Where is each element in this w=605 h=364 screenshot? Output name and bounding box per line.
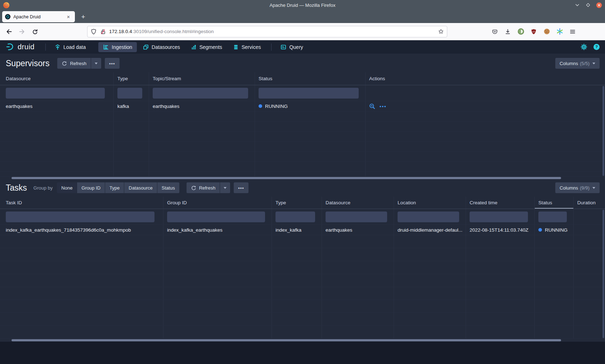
druid-brand[interactable]: druid [5, 42, 35, 52]
extension-green-icon[interactable] [516, 27, 526, 37]
insecure-lock-icon[interactable] [100, 28, 106, 35]
supervisors-title: Supervisors [6, 59, 49, 68]
col-header-status[interactable]: Status [255, 72, 366, 85]
supervisors-more-button[interactable]: ••• [105, 58, 120, 69]
group-by-type-button[interactable]: Type [105, 182, 124, 193]
url-bar[interactable]: 172.18.0.4:30109/unified-console.html#in… [87, 26, 447, 37]
supervisors-refresh-caret-button[interactable] [91, 58, 101, 69]
pocket-icon[interactable] [490, 27, 500, 37]
supervisor-actions: ••• [366, 101, 605, 111]
col-header-type[interactable]: Type [114, 72, 149, 85]
filter-input-task-id[interactable] [6, 211, 154, 222]
url-text[interactable]: 172.18.0.4:30109/unified-console.html#in… [109, 29, 438, 34]
col-header-location[interactable]: Location [394, 197, 466, 209]
menu-hamburger-icon[interactable] [568, 27, 578, 37]
filter-input-datasource[interactable] [326, 211, 387, 222]
task-location: druid-middlemanager-defaul... [394, 225, 466, 235]
col-header-type[interactable]: Type [272, 197, 322, 209]
empty-row [0, 300, 605, 313]
supervisors-filter-row [0, 85, 605, 101]
tracking-protection-shield-icon[interactable] [90, 28, 97, 35]
empty-row [0, 162, 605, 172]
tasks-refresh-button[interactable]: Refresh [187, 182, 220, 193]
ublock-shield-icon[interactable]: uO [529, 27, 539, 37]
supervisor-row[interactable]: earthquakes kafka earthquakes RUNNING ••… [0, 101, 605, 112]
nav-item-ingestion[interactable]: Ingestion [98, 42, 137, 52]
page-bottom-fill [0, 342, 605, 364]
filter-input-location[interactable] [398, 211, 459, 222]
caret-down-icon [224, 187, 227, 189]
supervisors-columns-button[interactable]: Columns (5/5) [555, 58, 600, 69]
settings-gear-icon[interactable] [581, 44, 587, 50]
nav-item-label: Services [242, 44, 261, 50]
nav-item-label: Datasources [152, 44, 180, 50]
filter-input-datasource[interactable] [6, 88, 105, 99]
nav-item-datasources[interactable]: Datasources [138, 42, 185, 52]
minimize-icon[interactable] [574, 2, 580, 8]
tab-close-icon[interactable]: × [65, 13, 72, 21]
segments-icon [191, 44, 197, 50]
group-by-status-button[interactable]: Status [157, 182, 179, 193]
browser-tab[interactable]: Apache Druid × [2, 11, 75, 22]
tasks-more-button[interactable]: ••• [234, 182, 248, 193]
group-by-label: Group by [33, 185, 53, 191]
empty-row [0, 248, 605, 261]
cookie-extension-icon[interactable] [542, 27, 552, 37]
downloads-icon[interactable] [503, 27, 513, 37]
col-header-duration[interactable]: Duration [574, 197, 605, 209]
browser-toolbar: 172.18.0.4:30109/unified-console.html#in… [0, 23, 605, 40]
close-window-icon[interactable] [596, 2, 602, 8]
view-details-magnifier-icon[interactable] [369, 103, 375, 109]
forward-icon[interactable] [17, 26, 27, 37]
svg-text:?: ? [595, 44, 598, 49]
supervisors-horizontal-scrollbar[interactable] [0, 177, 605, 179]
asterisk-extension-icon[interactable] [555, 27, 565, 37]
group-by-none-button[interactable]: None [57, 182, 77, 193]
col-header-topic-stream[interactable]: Topic/Stream [149, 72, 255, 85]
tasks-horizontal-scrollbar[interactable] [0, 339, 605, 342]
col-header-created-time[interactable]: Created time [466, 197, 535, 209]
tasks-columns-button[interactable]: Columns (9/9) [555, 182, 600, 193]
filter-input-created-time[interactable] [470, 211, 528, 222]
maximize-icon[interactable] [585, 2, 591, 8]
task-row[interactable]: index_kafka_earthquakes_7184357396d6c0a_… [0, 225, 605, 235]
status-dot-icon [259, 104, 262, 108]
group-by-group-id-button[interactable]: Group ID [77, 182, 105, 193]
filter-input-status[interactable] [259, 88, 359, 99]
firefox-window: Apache Druid — Mozilla Firefox Apac [0, 0, 605, 364]
empty-row [0, 235, 605, 248]
reload-icon[interactable] [30, 26, 40, 37]
columns-count: (5/5) [580, 61, 590, 66]
nav-item-services[interactable]: Services [228, 42, 266, 52]
tasks-refresh-caret-button[interactable] [220, 182, 230, 193]
empty-row [0, 326, 605, 339]
filter-input-group-id[interactable] [167, 211, 265, 222]
filter-input-topic-stream[interactable] [153, 88, 248, 99]
tasks-table: Task ID Group ID Type Datasource Locatio… [0, 197, 605, 342]
tasks-vertical-scrollbar[interactable] [602, 210, 604, 338]
nav-item-load-data[interactable]: Load data [50, 42, 90, 52]
druid-logo-icon [5, 42, 15, 52]
col-header-datasource[interactable]: Datasource [322, 197, 394, 209]
nav-item-label: Load data [63, 44, 86, 50]
filter-input-type[interactable] [117, 88, 142, 99]
supervisor-more-actions-icon[interactable]: ••• [380, 104, 387, 109]
filter-input-status[interactable] [538, 211, 567, 222]
col-header-status-sorted[interactable]: Status [535, 197, 574, 209]
supervisor-status: RUNNING [255, 101, 366, 111]
nav-item-segments[interactable]: Segments [186, 42, 227, 52]
new-tab-button[interactable]: + [78, 12, 89, 22]
supervisors-vertical-scrollbar[interactable] [602, 86, 604, 176]
columns-count: (9/9) [580, 185, 590, 191]
col-header-datasource[interactable]: Datasource [0, 72, 114, 85]
columns-label: Columns [560, 61, 578, 66]
supervisors-refresh-button[interactable]: Refresh [57, 58, 91, 69]
help-icon[interactable]: ? [593, 44, 600, 50]
col-header-group-id[interactable]: Group ID [163, 197, 272, 209]
nav-item-query[interactable]: Query [276, 42, 308, 52]
col-header-task-id[interactable]: Task ID [0, 197, 163, 209]
back-icon[interactable] [4, 26, 14, 37]
bookmark-star-icon[interactable] [438, 28, 444, 35]
filter-input-type[interactable] [275, 211, 315, 222]
group-by-datasource-button[interactable]: Datasource [124, 182, 157, 193]
